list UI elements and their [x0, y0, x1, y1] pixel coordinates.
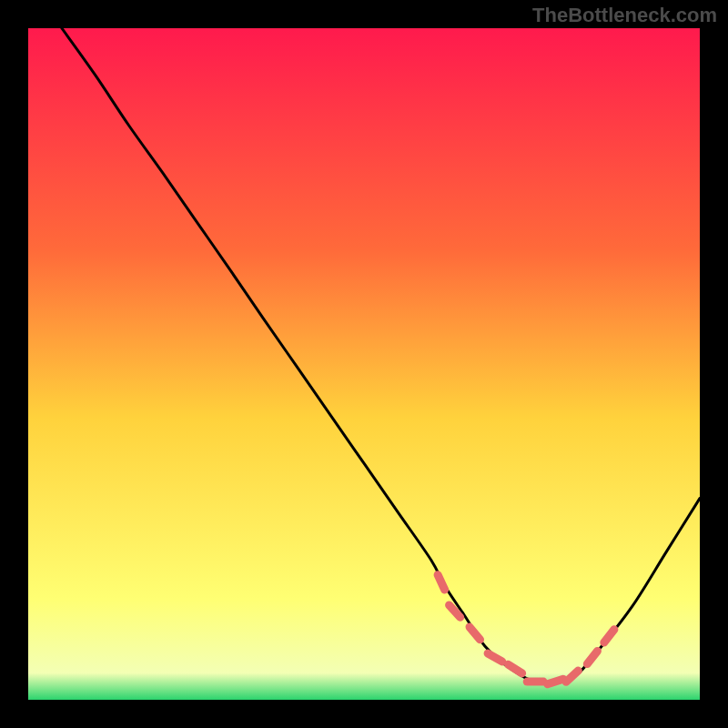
chart-frame: TheBottleneck.com — [0, 0, 728, 728]
best-range-marker — [587, 651, 597, 663]
plot-area — [28, 28, 700, 700]
best-range-marker — [604, 630, 614, 642]
best-range-marker — [470, 627, 480, 640]
best-range-marker — [508, 664, 521, 673]
watermark-text: TheBottleneck.com — [532, 4, 717, 27]
bottleneck-curve — [28, 28, 700, 700]
best-range-marker — [438, 575, 445, 590]
best-range-marker — [488, 653, 502, 662]
best-range-marker — [548, 679, 563, 683]
best-range-marker — [566, 671, 578, 682]
